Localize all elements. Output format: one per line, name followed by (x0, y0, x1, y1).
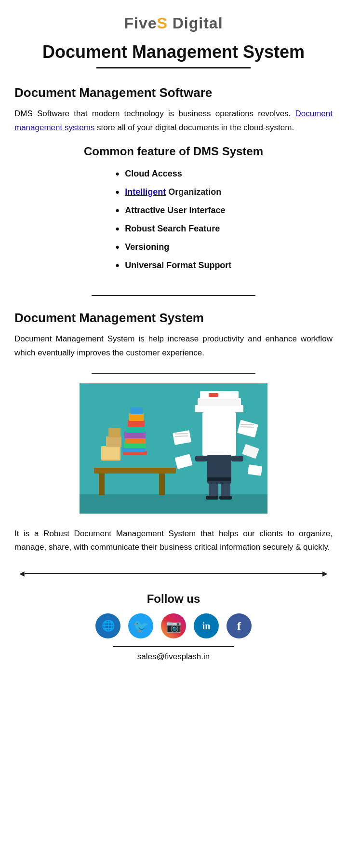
svg-rect-8 (108, 428, 120, 437)
logo: FiveS Digital (10, 14, 337, 32)
feature-cloud-access: Cloud Access (125, 169, 182, 179)
feature-divider (92, 295, 255, 296)
feature-attractive-ui: Attractive User Interface (125, 205, 225, 216)
svg-rect-6 (103, 448, 119, 459)
list-item: Cloud Access (116, 168, 232, 180)
list-item: Versioning (116, 241, 232, 254)
svg-rect-13 (124, 432, 146, 438)
globe-icon[interactable]: 🌐 (95, 613, 120, 638)
svg-rect-25 (209, 484, 218, 497)
dms-system-heading: Document Management System (14, 311, 333, 326)
svg-rect-4 (159, 474, 165, 495)
svg-rect-2 (94, 468, 176, 474)
svg-rect-7 (106, 436, 121, 447)
feature-universal-format: Universal Format Support (125, 260, 231, 271)
svg-rect-17 (131, 407, 143, 414)
page-wrapper: FiveS Digital Document Management System… (0, 0, 347, 676)
svg-rect-22 (209, 393, 218, 397)
svg-rect-26 (221, 484, 230, 497)
svg-line-39 (175, 436, 188, 436)
list-item: Robust Search Feature (116, 223, 232, 235)
dms-text-before-link: DMS Software that modern technology is b… (14, 109, 295, 118)
svg-rect-27 (206, 496, 218, 500)
feature-section: Common feature of DMS System Cloud Acces… (0, 140, 347, 287)
feature-robust-search: Robust Search Feature (125, 224, 220, 234)
description-section: It is a Robust Document Management Syste… (0, 515, 347, 560)
illustration-container (80, 383, 267, 515)
svg-line-37 (240, 427, 254, 427)
follow-section: Follow us 🌐 🐦 📷 in f sales@fivesplash.in (0, 583, 347, 666)
list-item: Attractive User Interface (116, 204, 232, 217)
arrow-line (25, 573, 322, 574)
dms-illustration (80, 383, 267, 514)
list-item: Universal Format Support (116, 259, 232, 272)
list-item: Intelligent Organization (116, 186, 232, 199)
dms-software-section: Document Management Software DMS Softwar… (0, 81, 347, 140)
svg-rect-3 (99, 474, 105, 495)
logo-s: S (157, 14, 168, 32)
svg-rect-19 (195, 405, 243, 412)
logo-section: FiveS Digital (0, 0, 347, 37)
title-divider (96, 67, 251, 68)
dms-system-divider (92, 373, 255, 374)
arrow-right-icon (322, 569, 328, 578)
dms-software-heading: Document Management Software (14, 85, 333, 100)
svg-rect-14 (126, 426, 145, 433)
svg-line-36 (240, 424, 254, 425)
svg-rect-21 (200, 391, 239, 399)
feature-intelligent-rest: Organization (166, 187, 221, 197)
logo-five: Five (124, 14, 157, 32)
svg-rect-29 (195, 456, 207, 461)
arrow-divider (0, 559, 347, 583)
feature-heading: Common feature of DMS System (14, 145, 333, 158)
bottom-divider (113, 646, 234, 647)
instagram-icon[interactable]: 📷 (161, 613, 186, 638)
feature-versioning: Versioning (125, 242, 169, 252)
svg-line-38 (175, 434, 188, 434)
dms-software-text: DMS Software that modern technology is b… (14, 107, 333, 135)
social-icons-container: 🌐 🐦 📷 in f (19, 613, 328, 638)
svg-rect-20 (198, 398, 241, 406)
facebook-icon[interactable]: f (227, 613, 252, 638)
arrow-left-icon (19, 569, 25, 578)
follow-heading: Follow us (19, 592, 328, 606)
description-text: It is a Robust Document Management Syste… (14, 527, 333, 555)
feature-list: Cloud Access Intelligent Organization At… (116, 168, 232, 278)
svg-rect-15 (128, 420, 145, 427)
page-title-section: Document Management System (0, 37, 347, 81)
svg-rect-16 (129, 413, 144, 421)
feature-intelligent-link[interactable]: Intelligent (125, 187, 166, 197)
svg-rect-24 (207, 477, 231, 481)
email-text: sales@fivesplash.in (19, 652, 328, 662)
dms-system-text: Document Management System is help incre… (14, 332, 333, 360)
svg-rect-30 (231, 456, 243, 461)
svg-rect-1 (80, 494, 267, 514)
twitter-icon[interactable]: 🐦 (128, 613, 153, 638)
svg-rect-28 (219, 496, 232, 500)
svg-rect-35 (248, 464, 263, 476)
page-title: Document Management System (19, 42, 328, 62)
dms-text-after-link: store all of your digital documents in t… (94, 123, 294, 132)
logo-digital: Digital (168, 14, 223, 32)
svg-rect-18 (202, 412, 236, 456)
linkedin-icon[interactable]: in (194, 613, 219, 638)
bottom-padding (0, 666, 347, 676)
dms-system-section: Document Management System Document Mana… (0, 306, 347, 365)
